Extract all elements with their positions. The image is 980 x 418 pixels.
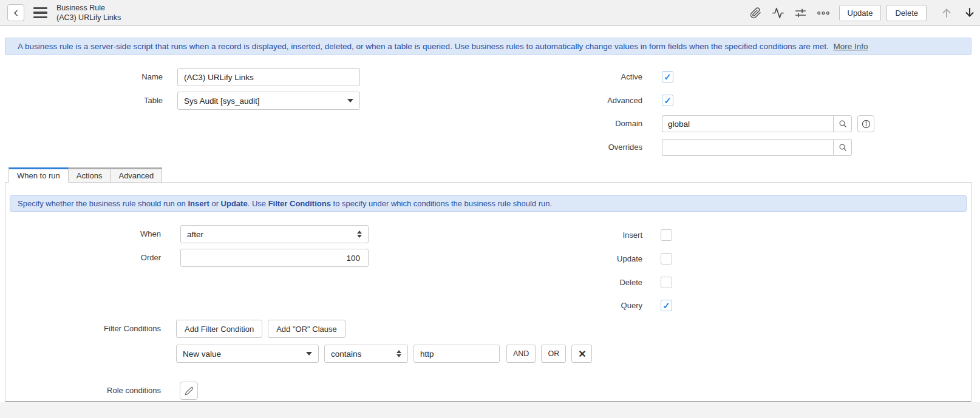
more-options-icon[interactable] <box>817 8 830 18</box>
domain-lookup-button[interactable] <box>833 115 852 132</box>
personalize-icon[interactable] <box>794 7 808 19</box>
condition-value-input[interactable] <box>413 345 500 363</box>
overrides-lookup-button[interactable] <box>833 139 852 156</box>
message-bold: Update <box>221 199 248 208</box>
active-checkbox[interactable]: ✓ <box>662 71 673 83</box>
domain-reference-field <box>662 115 852 132</box>
update-button[interactable]: Update <box>839 5 882 21</box>
edit-role-conditions-button[interactable] <box>180 382 198 400</box>
message-text: or <box>209 199 221 208</box>
active-label: Active <box>461 71 642 83</box>
down-arrow-icon[interactable] <box>963 6 976 19</box>
back-button[interactable] <box>7 4 24 21</box>
add-filter-condition-button[interactable]: Add Filter Condition <box>176 320 262 338</box>
when-select-value: after <box>187 230 203 239</box>
condition-field-select[interactable]: New value <box>176 345 319 363</box>
tab-when-to-run[interactable]: When to run <box>9 167 69 183</box>
check-icon: ✓ <box>662 301 670 310</box>
filter-conditions-label: Filter Conditions <box>0 320 161 338</box>
record-title: Business Rule (AC3) URLify Links <box>56 3 121 23</box>
overrides-label: Overrides <box>461 139 642 156</box>
or-button[interactable]: OR <box>541 345 566 363</box>
query-checkbox[interactable]: ✓ <box>661 300 672 311</box>
menu-icon[interactable] <box>33 7 47 19</box>
filter-condition-row: New value contains AND OR ✕ <box>176 345 592 363</box>
delete-label: Delete <box>461 277 642 288</box>
record-name: (AC3) URLify Links <box>56 13 121 22</box>
message-text: . Use <box>248 199 268 208</box>
when-to-run-panel <box>5 182 971 402</box>
when-to-run-info-banner: Specify whether the business rule should… <box>10 195 967 212</box>
add-or-clause-button[interactable]: Add "OR" Clause <box>268 320 345 338</box>
table-label: Table <box>0 92 163 110</box>
name-input[interactable] <box>177 68 360 86</box>
business-rule-info-banner: A business rule is a server-side script … <box>5 38 971 55</box>
domain-input[interactable] <box>662 115 833 132</box>
role-conditions-label: Role conditions <box>0 382 161 400</box>
tab-actions[interactable]: Actions <box>68 167 111 183</box>
chevron-down-icon <box>347 99 353 103</box>
chevron-down-icon <box>306 352 312 356</box>
domain-info-button[interactable] <box>857 115 874 132</box>
search-icon <box>838 143 848 152</box>
message-bold: Insert <box>188 199 209 208</box>
up-arrow-icon[interactable] <box>940 6 953 19</box>
advanced-label: Advanced <box>461 95 642 106</box>
select-arrows-icon <box>357 231 362 238</box>
message-bold: Filter Conditions <box>268 199 331 208</box>
table-select[interactable]: Sys Audit [sys_audit] <box>177 92 360 110</box>
update-checkbox[interactable] <box>661 253 672 265</box>
condition-field-value: New value <box>183 349 221 359</box>
message-text: Specify whether the business rule should… <box>18 199 188 208</box>
chevron-left-icon <box>12 8 21 18</box>
update-label: Update <box>461 253 642 265</box>
remove-condition-button[interactable]: ✕ <box>571 345 592 363</box>
more-info-link[interactable]: More Info <box>833 42 868 51</box>
domain-label: Domain <box>461 115 642 132</box>
close-icon: ✕ <box>578 349 586 359</box>
form-tabs: When to run Actions Advanced <box>9 167 162 183</box>
delete-checkbox[interactable] <box>661 277 672 288</box>
delete-button[interactable]: Delete <box>886 5 927 21</box>
when-select[interactable]: after <box>180 225 369 243</box>
overrides-input[interactable] <box>662 139 833 156</box>
order-label: Order <box>0 249 161 267</box>
insert-checkbox[interactable] <box>661 229 672 241</box>
condition-operator-value: contains <box>331 349 361 359</box>
activity-icon[interactable] <box>772 7 785 19</box>
order-input[interactable] <box>180 249 369 267</box>
message-text: to specify under which conditions the bu… <box>331 199 552 208</box>
check-icon: ✓ <box>664 96 672 105</box>
insert-label: Insert <box>461 229 642 241</box>
attachment-icon[interactable] <box>749 7 763 19</box>
select-arrows-icon <box>396 350 401 357</box>
banner-text: A business rule is a server-side script … <box>18 42 829 51</box>
info-icon <box>861 119 871 129</box>
record-type: Business Rule <box>56 3 121 13</box>
edit-pencil-icon <box>185 386 194 396</box>
tab-advanced[interactable]: Advanced <box>110 167 162 183</box>
name-label: Name <box>0 68 163 86</box>
table-select-value: Sys Audit [sys_audit] <box>184 96 260 106</box>
condition-operator-select[interactable]: contains <box>324 345 408 363</box>
search-icon <box>838 119 848 129</box>
advanced-checkbox[interactable]: ✓ <box>662 95 673 106</box>
check-icon: ✓ <box>664 72 672 81</box>
query-label: Query <box>461 300 642 311</box>
page-background <box>0 402 980 418</box>
and-button[interactable]: AND <box>506 345 536 363</box>
when-label: When <box>0 225 161 243</box>
form-header: Business Rule (AC3) URLify Links Update … <box>0 0 980 26</box>
overrides-reference-field <box>662 139 852 156</box>
